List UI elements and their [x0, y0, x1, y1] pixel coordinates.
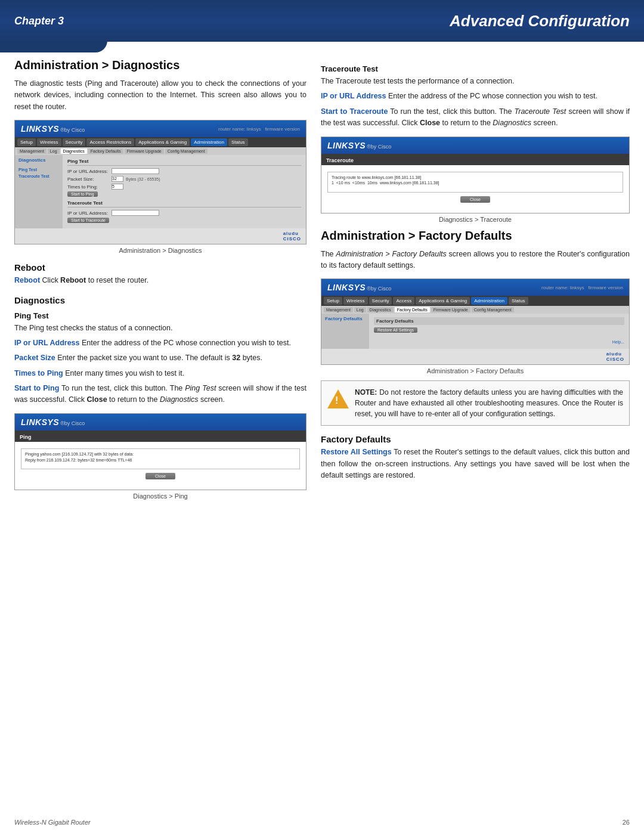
subnav4-config[interactable]: Config Management [472, 307, 514, 312]
factory-sidebar: Factory Defaults [321, 314, 369, 349]
linksys-logo-4: LINKSYS ®by Cisco [327, 283, 391, 292]
start-to-ping-button[interactable]: Start to Ping [67, 191, 98, 197]
ping-start-close: Close [87, 395, 107, 404]
reboot-title: Reboot [14, 262, 306, 272]
factory-button-row: Restore All Settings [374, 327, 624, 333]
restore-all-text: Restore All Settings To reset the Router… [321, 447, 630, 481]
ping-ip-label: IP or URL Address: [67, 169, 109, 174]
linksys-logo-1: LINKSYS ®by Cisco [21, 124, 85, 134]
ping-ip-desc: Enter the address of the PC whose connec… [82, 339, 291, 347]
linksys-logo-2: LINKSYS ®by Cisco [21, 417, 85, 427]
traceroute-ip-highlight: IP or URL Address [321, 92, 386, 100]
ping-packet-highlight: Packet Size [14, 354, 55, 362]
right-column: Traceroute Test The Traceroute test test… [321, 58, 630, 506]
nav-status[interactable]: Status [228, 138, 248, 146]
help-link[interactable]: Help... [612, 340, 624, 344]
reboot-text-after: to reset the router. [88, 276, 148, 284]
nav4-security[interactable]: Security [369, 297, 392, 305]
subnav4-log[interactable]: Log [354, 307, 366, 312]
ping-start-desc3: to return to the [109, 395, 160, 404]
traceroute-header: Traceroute Test [67, 200, 301, 208]
ping-ip-input[interactable] [112, 168, 159, 174]
ping-times-label: Times to Ping: [67, 184, 109, 190]
cisco-text-4: aluduCISCO [606, 351, 624, 362]
traceroute-start-italic2: Diagnostics [493, 119, 531, 127]
linksys-content-1: Ping Test IP or URL Address: Packet Size… [63, 155, 306, 228]
trace-ip-input[interactable] [112, 210, 159, 216]
restore-all-highlight: Restore All Settings [321, 448, 392, 456]
traceroute-close-row: Close [327, 196, 623, 203]
nav4-access[interactable]: Access [393, 297, 414, 305]
subnav-factory[interactable]: Factory Defaults [88, 148, 123, 154]
subnav-mgmt[interactable]: Management [17, 148, 47, 154]
traceroute-close-button[interactable]: Close [460, 196, 490, 203]
nav4-status[interactable]: Status [509, 297, 528, 305]
ping-packet-label: Packet Size: [67, 176, 109, 182]
linksys-header-3: LINKSYS ®by Cisco [321, 137, 629, 154]
nav4-apps[interactable]: Applications & Gaming [416, 297, 470, 305]
trace-button-row[interactable]: Start to Traceroute [67, 218, 301, 223]
nav-wireless[interactable]: Wireless [37, 138, 61, 146]
nav-setup[interactable]: Setup [17, 138, 36, 146]
reboot-link[interactable]: Reboot [14, 276, 40, 284]
nav-admin[interactable]: Administration [191, 138, 227, 146]
linksys-brand: LINKSYS [21, 124, 59, 134]
page-footer: Wireless-N Gigabit Router 26 [14, 819, 630, 826]
subnav-config[interactable]: Config Management [165, 148, 208, 154]
linksys-header-4: LINKSYS ®by Cisco router name: linksys f… [321, 279, 629, 296]
linksys-nav-1: Setup Wireless Security Access Restricti… [15, 137, 306, 147]
page-header: Chapter 3 Advanced Configuration [0, 0, 644, 42]
trace-ip-label: IP or URL Address: [67, 210, 109, 216]
subnav-diag[interactable]: Diagnostics [61, 148, 87, 154]
screenshot-traceroute: LINKSYS ®by Cisco Traceroute Tracing rou… [321, 137, 630, 213]
ping-packet-select[interactable]: 32 [112, 176, 123, 182]
traceroute-ip-desc: Enter the address of the PC whose connec… [388, 92, 597, 100]
subnav4-factory[interactable]: Factory Defaults [395, 307, 430, 312]
screenshot-admin-diag: LINKSYS ®by Cisco router name: linksys f… [14, 120, 306, 244]
cisco-text-1: aluduCISCO [283, 231, 301, 241]
content-wrap: Administration > Diagnostics The diagnos… [0, 42, 644, 506]
traceroute-output: Tracing route to www.linksys.com [66.181… [327, 172, 623, 193]
nav-security[interactable]: Security [63, 138, 86, 146]
ping-times-select[interactable]: 5 [112, 184, 123, 190]
subnav4-firmware[interactable]: Firmware Upgrade [431, 307, 470, 312]
start-to-traceroute-button[interactable]: Start to Traceroute [67, 218, 109, 223]
ping-times-highlight: Times to Ping [14, 369, 63, 377]
ping-start-desc4: screen. [200, 395, 225, 404]
subnav-firmware[interactable]: Firmware Upgrade [125, 148, 164, 154]
traceroute-start-italic: Traceroute Test [515, 107, 566, 116]
traceroute-test-title: Traceroute Test [321, 64, 630, 73]
ping-close-button[interactable]: Close [145, 473, 175, 479]
factory-help-link: Help... [374, 336, 624, 345]
sidebar-traceroute[interactable]: Traceroute Test [18, 174, 59, 178]
ping-button-row[interactable]: Start to Ping [67, 191, 301, 197]
sidebar-ping[interactable]: Ping Test [18, 168, 59, 172]
nav4-admin[interactable]: Administration [471, 297, 507, 305]
nav4-wireless[interactable]: Wireless [343, 297, 368, 305]
subnav4-mgmt[interactable]: Management [324, 307, 353, 312]
note-icon-wrap [327, 387, 349, 408]
subnav-log[interactable]: Log [48, 148, 60, 154]
subnav4-diag[interactable]: Diagnostics [367, 307, 394, 312]
traceroute-screen-body: Tracing route to www.linksys.com [66.181… [321, 165, 629, 213]
factory-section-header: Factory Defaults [374, 317, 624, 325]
nav-access[interactable]: Access Restrictions [86, 138, 134, 146]
nav-apps[interactable]: Applications & Gaming [135, 138, 190, 146]
factory-defaults-title: Factory Defaults [321, 434, 630, 444]
ping-ip-highlight: IP or URL Address [14, 339, 80, 347]
nav4-setup[interactable]: Setup [324, 297, 342, 305]
factory-intro-text1: The [321, 250, 336, 258]
footer-left: Wireless-N Gigabit Router [14, 819, 91, 826]
ping-start-desc1: To run the test, click this button. The [61, 384, 185, 392]
linksys-nav-4: Setup Wireless Security Access Applicati… [321, 296, 629, 306]
restore-all-settings-button[interactable]: Restore All Settings [374, 327, 417, 333]
left-column: Administration > Diagnostics The diagnos… [14, 58, 306, 506]
linksys-brand-3: LINKSYS [327, 141, 366, 150]
traceroute-screen-label: Traceroute [326, 157, 354, 163]
warning-icon [327, 389, 349, 408]
reboot-bold: Reboot [60, 276, 86, 284]
ping-packet-unit: Bytes (32 - 65535) [126, 177, 160, 181]
linksys-brand-4: LINKSYS [327, 283, 366, 292]
ping-ip-row: IP or URL Address: [67, 168, 301, 174]
page-title: Advanced Configuration [450, 12, 630, 30]
